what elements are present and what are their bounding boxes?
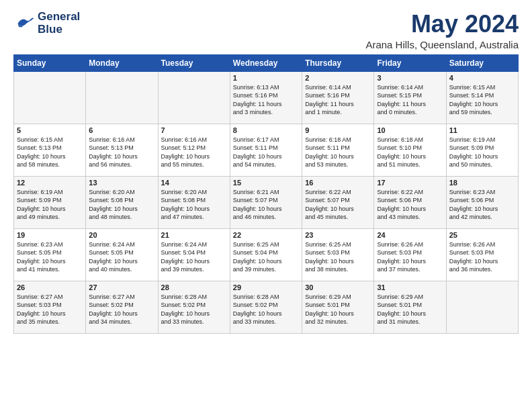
day-number: 22 bbox=[233, 231, 299, 239]
day-info: Sunrise: 6:27 AMSunset: 5:02 PMDaylight:… bbox=[89, 293, 154, 326]
title-block: May 2024 Arana Hills, Queensland, Austra… bbox=[365, 11, 519, 50]
day-number: 23 bbox=[305, 231, 371, 239]
week-row-5: 26Sunrise: 6:27 AMSunset: 5:03 PMDayligh… bbox=[14, 281, 519, 333]
day-cell: 30Sunrise: 6:29 AMSunset: 5:01 PMDayligh… bbox=[302, 281, 374, 333]
day-info: Sunrise: 6:17 AMSunset: 5:11 PMDaylight:… bbox=[233, 136, 299, 169]
day-number: 15 bbox=[233, 179, 299, 187]
day-cell: 21Sunrise: 6:24 AMSunset: 5:04 PMDayligh… bbox=[158, 228, 230, 281]
day-cell: 10Sunrise: 6:18 AMSunset: 5:10 PMDayligh… bbox=[374, 124, 446, 176]
logo-icon bbox=[13, 13, 35, 34]
day-number: 21 bbox=[161, 231, 227, 239]
logo: General Blue bbox=[13, 11, 80, 36]
day-cell: 24Sunrise: 6:26 AMSunset: 5:03 PMDayligh… bbox=[374, 228, 446, 281]
day-info: Sunrise: 6:19 AMSunset: 5:09 PMDaylight:… bbox=[449, 136, 515, 169]
day-info: Sunrise: 6:24 AMSunset: 5:04 PMDaylight:… bbox=[161, 240, 227, 274]
day-cell: 18Sunrise: 6:23 AMSunset: 5:06 PMDayligh… bbox=[446, 176, 518, 228]
day-cell: 25Sunrise: 6:26 AMSunset: 5:03 PMDayligh… bbox=[446, 228, 518, 281]
day-cell: 31Sunrise: 6:29 AMSunset: 5:01 PMDayligh… bbox=[374, 281, 446, 333]
day-number: 14 bbox=[161, 179, 227, 187]
header-day-monday: Monday bbox=[86, 54, 158, 71]
day-cell: 5Sunrise: 6:15 AMSunset: 5:13 PMDaylight… bbox=[14, 124, 86, 176]
header-row: SundayMondayTuesdayWednesdayThursdayFrid… bbox=[14, 54, 519, 71]
day-info: Sunrise: 6:25 AMSunset: 5:03 PMDaylight:… bbox=[305, 240, 371, 274]
day-cell: 27Sunrise: 6:27 AMSunset: 5:02 PMDayligh… bbox=[86, 281, 158, 333]
day-info: Sunrise: 6:14 AMSunset: 5:16 PMDaylight:… bbox=[305, 83, 371, 117]
day-number: 7 bbox=[161, 126, 227, 134]
day-cell: 17Sunrise: 6:22 AMSunset: 5:06 PMDayligh… bbox=[374, 176, 446, 228]
day-cell: 1Sunrise: 6:13 AMSunset: 5:16 PMDaylight… bbox=[230, 71, 302, 124]
day-info: Sunrise: 6:25 AMSunset: 5:04 PMDaylight:… bbox=[233, 240, 299, 274]
day-info: Sunrise: 6:29 AMSunset: 5:01 PMDaylight:… bbox=[377, 293, 443, 326]
day-number: 11 bbox=[449, 126, 515, 134]
day-info: Sunrise: 6:18 AMSunset: 5:10 PMDaylight:… bbox=[377, 136, 443, 169]
week-row-2: 5Sunrise: 6:15 AMSunset: 5:13 PMDaylight… bbox=[14, 124, 519, 176]
day-info: Sunrise: 6:20 AMSunset: 5:08 PMDaylight:… bbox=[89, 188, 154, 222]
day-number: 24 bbox=[377, 231, 443, 239]
day-info: Sunrise: 6:18 AMSunset: 5:11 PMDaylight:… bbox=[305, 136, 371, 169]
day-info: Sunrise: 6:29 AMSunset: 5:01 PMDaylight:… bbox=[305, 293, 371, 326]
day-info: Sunrise: 6:14 AMSunset: 5:15 PMDaylight:… bbox=[377, 83, 443, 117]
day-number: 1 bbox=[233, 74, 299, 82]
page: General Blue May 2024 Arana Hills, Queen… bbox=[0, 0, 532, 340]
day-cell: 20Sunrise: 6:24 AMSunset: 5:05 PMDayligh… bbox=[86, 228, 158, 281]
header: General Blue May 2024 Arana Hills, Queen… bbox=[13, 11, 519, 50]
day-number: 19 bbox=[17, 231, 83, 239]
day-number: 26 bbox=[17, 283, 83, 291]
day-cell: 9Sunrise: 6:18 AMSunset: 5:11 PMDaylight… bbox=[302, 124, 374, 176]
day-number: 25 bbox=[449, 231, 515, 239]
day-info: Sunrise: 6:23 AMSunset: 5:05 PMDaylight:… bbox=[17, 240, 83, 274]
day-info: Sunrise: 6:24 AMSunset: 5:05 PMDaylight:… bbox=[89, 240, 154, 274]
day-number: 3 bbox=[377, 74, 443, 82]
day-info: Sunrise: 6:22 AMSunset: 5:06 PMDaylight:… bbox=[377, 188, 443, 222]
day-cell: 14Sunrise: 6:20 AMSunset: 5:08 PMDayligh… bbox=[158, 176, 230, 228]
day-number: 2 bbox=[305, 74, 371, 82]
day-cell bbox=[158, 71, 230, 124]
header-day-friday: Friday bbox=[374, 54, 446, 71]
day-cell: 6Sunrise: 6:16 AMSunset: 5:13 PMDaylight… bbox=[86, 124, 158, 176]
week-row-1: 1Sunrise: 6:13 AMSunset: 5:16 PMDaylight… bbox=[14, 71, 519, 124]
day-number: 17 bbox=[377, 179, 443, 187]
day-info: Sunrise: 6:16 AMSunset: 5:13 PMDaylight:… bbox=[89, 136, 154, 169]
day-number: 18 bbox=[449, 179, 515, 187]
day-number: 9 bbox=[305, 126, 371, 134]
day-info: Sunrise: 6:13 AMSunset: 5:16 PMDaylight:… bbox=[233, 83, 299, 117]
day-cell: 13Sunrise: 6:20 AMSunset: 5:08 PMDayligh… bbox=[86, 176, 158, 228]
day-number: 4 bbox=[449, 74, 515, 82]
day-number: 31 bbox=[377, 283, 443, 291]
day-cell: 19Sunrise: 6:23 AMSunset: 5:05 PMDayligh… bbox=[14, 228, 86, 281]
day-cell: 23Sunrise: 6:25 AMSunset: 5:03 PMDayligh… bbox=[302, 228, 374, 281]
day-cell: 15Sunrise: 6:21 AMSunset: 5:07 PMDayligh… bbox=[230, 176, 302, 228]
day-number: 27 bbox=[89, 283, 154, 291]
header-day-saturday: Saturday bbox=[446, 54, 518, 71]
header-day-tuesday: Tuesday bbox=[158, 54, 230, 71]
calendar-table: SundayMondayTuesdayWednesdayThursdayFrid… bbox=[13, 54, 519, 334]
day-info: Sunrise: 6:22 AMSunset: 5:07 PMDaylight:… bbox=[305, 188, 371, 222]
day-info: Sunrise: 6:15 AMSunset: 5:14 PMDaylight:… bbox=[449, 83, 515, 117]
header-day-thursday: Thursday bbox=[302, 54, 374, 71]
day-cell: 26Sunrise: 6:27 AMSunset: 5:03 PMDayligh… bbox=[14, 281, 86, 333]
day-number: 28 bbox=[161, 283, 227, 291]
day-info: Sunrise: 6:15 AMSunset: 5:13 PMDaylight:… bbox=[17, 136, 83, 169]
day-cell: 8Sunrise: 6:17 AMSunset: 5:11 PMDaylight… bbox=[230, 124, 302, 176]
day-info: Sunrise: 6:20 AMSunset: 5:08 PMDaylight:… bbox=[161, 188, 227, 222]
day-cell: 11Sunrise: 6:19 AMSunset: 5:09 PMDayligh… bbox=[446, 124, 518, 176]
day-cell: 4Sunrise: 6:15 AMSunset: 5:14 PMDaylight… bbox=[446, 71, 518, 124]
day-info: Sunrise: 6:28 AMSunset: 5:02 PMDaylight:… bbox=[161, 293, 227, 326]
day-cell: 29Sunrise: 6:28 AMSunset: 5:02 PMDayligh… bbox=[230, 281, 302, 333]
day-cell: 12Sunrise: 6:19 AMSunset: 5:09 PMDayligh… bbox=[14, 176, 86, 228]
day-info: Sunrise: 6:26 AMSunset: 5:03 PMDaylight:… bbox=[377, 240, 443, 274]
day-info: Sunrise: 6:19 AMSunset: 5:09 PMDaylight:… bbox=[17, 188, 83, 222]
day-number: 30 bbox=[305, 283, 371, 291]
day-info: Sunrise: 6:21 AMSunset: 5:07 PMDaylight:… bbox=[233, 188, 299, 222]
day-number: 12 bbox=[17, 179, 83, 187]
day-number: 6 bbox=[89, 126, 154, 134]
day-number: 5 bbox=[17, 126, 83, 134]
day-cell: 22Sunrise: 6:25 AMSunset: 5:04 PMDayligh… bbox=[230, 228, 302, 281]
day-cell bbox=[446, 281, 518, 333]
header-day-sunday: Sunday bbox=[14, 54, 86, 71]
day-info: Sunrise: 6:16 AMSunset: 5:12 PMDaylight:… bbox=[161, 136, 227, 169]
day-number: 10 bbox=[377, 126, 443, 134]
week-row-4: 19Sunrise: 6:23 AMSunset: 5:05 PMDayligh… bbox=[14, 228, 519, 281]
day-number: 29 bbox=[233, 283, 299, 291]
week-row-3: 12Sunrise: 6:19 AMSunset: 5:09 PMDayligh… bbox=[14, 176, 519, 228]
